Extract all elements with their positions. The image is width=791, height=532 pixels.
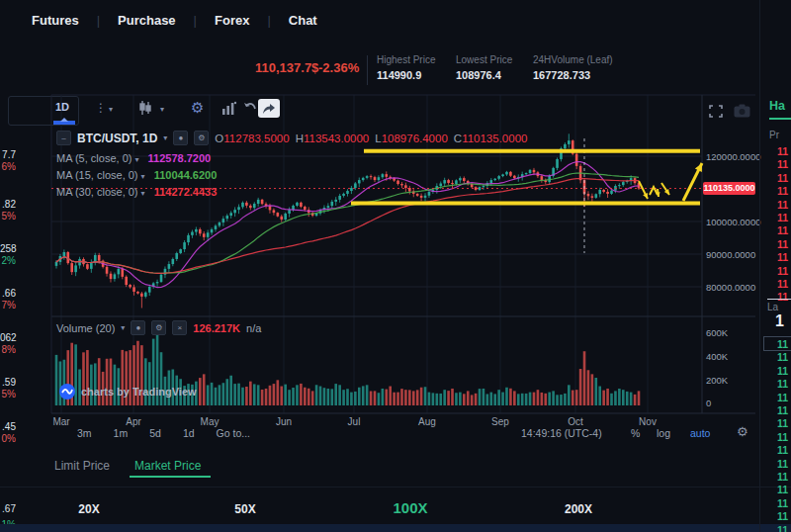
leverage-20x-button[interactable]: 20X: [59, 502, 119, 516]
leverage-50x-button[interactable]: 50X: [216, 502, 275, 516]
latest-price-label: La: [767, 302, 778, 312]
candle-style-icon[interactable]: [138, 100, 152, 116]
bid-row[interactable]: 11: [777, 378, 788, 390]
ask-row[interactable]: 11: [777, 278, 788, 290]
ask-row[interactable]: 11: [777, 212, 788, 223]
bid-row[interactable]: 11: [777, 351, 788, 363]
chevron-down-icon[interactable]: ▾: [109, 105, 113, 114]
chevron-down-icon[interactable]: ▾: [141, 189, 145, 198]
ask-row[interactable]: 11: [777, 172, 788, 184]
watchlist-item-price[interactable]: 062: [0, 332, 16, 343]
tab-limit-price[interactable]: Limit Price: [54, 459, 110, 473]
log-scale-button[interactable]: log: [657, 427, 670, 439]
indicators-icon[interactable]: [221, 101, 237, 115]
chevron-down-icon[interactable]: ▾: [163, 133, 167, 142]
settings-icon[interactable]: ⚙: [194, 131, 209, 145]
tab-handicap[interactable]: Ha: [769, 99, 785, 113]
range-3m-button[interactable]: 3m: [77, 427, 92, 439]
watchlist-item-price[interactable]: .59: [0, 377, 16, 388]
chevron-down-icon[interactable]: ▾: [121, 323, 125, 332]
section-divider: [0, 487, 791, 488]
bid-row[interactable]: 11: [777, 510, 788, 522]
chevron-down-icon[interactable]: ▾: [134, 155, 138, 164]
bid-row[interactable]: 11: [777, 458, 788, 470]
chevron-down-icon[interactable]: ▾: [141, 172, 145, 181]
indicator-arrow-icon: [60, 118, 68, 122]
bid-row[interactable]: 11: [777, 484, 788, 495]
camera-icon[interactable]: [734, 104, 750, 118]
nav-item-chat[interactable]: Chat: [289, 13, 317, 28]
bid-row[interactable]: 11: [777, 471, 788, 483]
watchlist-item-price[interactable]: 258: [0, 243, 16, 254]
nav-item-purchase[interactable]: Purchase: [118, 13, 176, 28]
bid-row[interactable]: 11: [777, 404, 788, 416]
bid-row[interactable]: 11: [777, 365, 788, 377]
range-5d-button[interactable]: 5d: [149, 427, 161, 439]
watchlist-item-change[interactable]: 5%: [0, 211, 16, 222]
open-value: 112783.5000: [223, 133, 289, 144]
ask-row[interactable]: 11: [777, 145, 788, 157]
close-icon[interactable]: ×: [172, 320, 187, 335]
share-button[interactable]: [258, 99, 280, 118]
volume-tick: 0: [706, 398, 755, 408]
chart-menu-icon[interactable]: ⋮: [95, 101, 107, 115]
eye-icon[interactable]: ●: [131, 320, 145, 335]
month-label: Nov: [631, 416, 664, 427]
ask-row[interactable]: 11: [777, 251, 788, 263]
bid-row[interactable]: 11: [777, 431, 788, 443]
watchlist-item-change[interactable]: 0%: [0, 433, 16, 444]
collapse-icon[interactable]: –: [56, 131, 71, 145]
undo-icon[interactable]: [243, 102, 257, 114]
settings-icon[interactable]: ⚙: [151, 320, 166, 335]
nav-item-futures[interactable]: Futures: [32, 13, 79, 28]
clock-time[interactable]: 14:49:16 (UTC-4): [521, 427, 602, 439]
fullscreen-icon[interactable]: [709, 105, 723, 118]
interval-button[interactable]: 1D: [55, 101, 69, 113]
goto-button[interactable]: Go to...: [217, 427, 250, 439]
gear-icon[interactable]: ⚙: [191, 99, 204, 117]
leverage-100x-button[interactable]: 100X: [379, 499, 442, 516]
ask-row[interactable]: 11: [777, 291, 788, 303]
bid-row[interactable]: 11: [777, 417, 788, 429]
leverage-200x-button[interactable]: 200X: [549, 502, 608, 516]
watchlist-item-price[interactable]: .45: [0, 421, 16, 432]
ask-row[interactable]: 11: [777, 158, 788, 170]
bid-row[interactable]: 11: [777, 444, 788, 456]
tab-market-price[interactable]: Market Price: [134, 459, 201, 473]
watchlist-item-change[interactable]: 6%: [0, 161, 16, 172]
watchlist-item-price[interactable]: 7.7: [0, 149, 16, 160]
watchlist-item-price[interactable]: .67: [0, 503, 16, 514]
ask-row[interactable]: 11: [777, 185, 788, 197]
watchlist-item-change[interactable]: 7%: [0, 300, 16, 310]
range-1m-button[interactable]: 1m: [114, 427, 129, 439]
watchlist-item-change[interactable]: 5%: [0, 389, 16, 399]
volume-label: Volume (20): [56, 322, 115, 334]
ma-label: MA (30, close, 0): [56, 186, 138, 198]
ask-row[interactable]: 11: [777, 224, 788, 236]
bid-row[interactable]: 11: [777, 497, 788, 509]
watchlist-item-change[interactable]: 8%: [0, 344, 16, 355]
ma30-legend: MA (30, close, 0) ▾ 114272.4433: [56, 186, 217, 198]
percent-scale-button[interactable]: %: [631, 427, 640, 439]
range-1d-button[interactable]: 1d: [183, 427, 195, 439]
nav-separator: |: [97, 13, 100, 28]
symbol-title[interactable]: BTC/USDT, 1D: [77, 132, 157, 145]
auto-scale-button[interactable]: auto: [690, 427, 710, 439]
watchlist-item-change[interactable]: 2%: [0, 255, 16, 266]
stat-24h-volume: 24HVolume (Leaf) 167728.733: [533, 54, 632, 81]
eye-icon[interactable]: ●: [173, 131, 188, 145]
bid-row[interactable]: 11: [777, 338, 788, 350]
ask-row[interactable]: 11: [777, 199, 788, 211]
gear-icon[interactable]: ⚙: [737, 424, 748, 439]
ma15-legend: MA (15, close, 0) ▾ 110044.6200: [56, 169, 217, 181]
ask-row[interactable]: 11: [777, 265, 788, 277]
stat-value: 167728.733: [533, 69, 632, 81]
tradingview-watermark[interactable]: charts by TradingView: [59, 384, 197, 399]
bid-row[interactable]: 11: [777, 524, 788, 532]
nav-item-forex[interactable]: Forex: [215, 13, 249, 28]
watchlist-item-price[interactable]: .82: [0, 199, 16, 210]
watchlist-item-price[interactable]: .66: [0, 288, 16, 299]
bid-row[interactable]: 11: [777, 392, 788, 403]
chevron-down-icon[interactable]: ▾: [160, 105, 164, 114]
ask-row[interactable]: 11: [777, 238, 788, 250]
